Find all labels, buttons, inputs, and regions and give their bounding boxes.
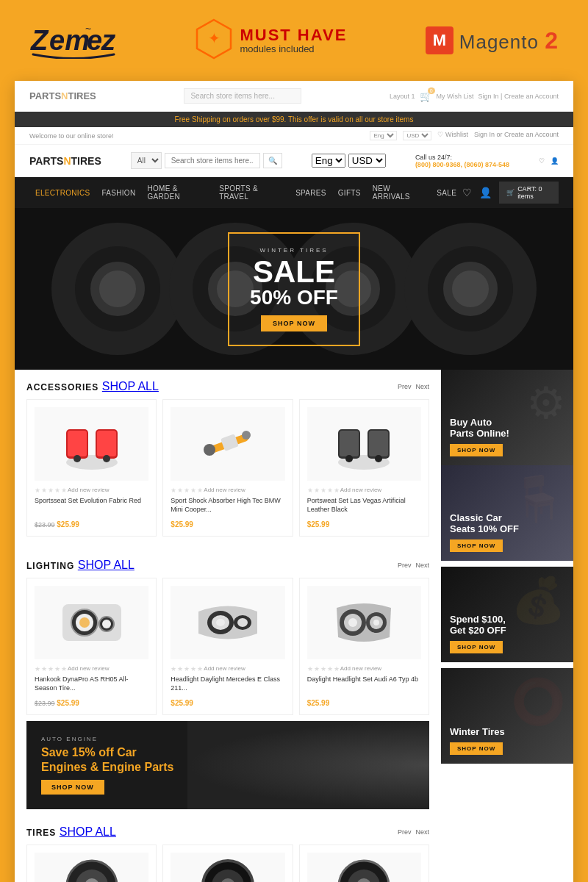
hero-cta-button[interactable]: SHOP NOW	[261, 315, 327, 331]
lighting-next-btn[interactable]: Next	[415, 562, 429, 569]
main-store-wrapper: PARTSNTIRES Layout 1 🛒0 My Wish List Sig…	[15, 81, 573, 882]
product-card-headlight-1: ★ ★ ★ ★ ★ Add new review Hankook DynaPro…	[26, 578, 157, 715]
lighting-section: LIGHTING SHOP ALL Prev Next	[15, 548, 441, 715]
sidebar-cta-1[interactable]: SHOP NOW	[450, 444, 503, 456]
accessories-next-btn[interactable]: Next	[415, 383, 429, 390]
wishlist-link-back[interactable]: My Wish List	[437, 93, 474, 100]
seat-black-img	[331, 415, 397, 473]
currency-select[interactable]: USD	[403, 131, 431, 140]
tire-product-img-2	[195, 856, 261, 882]
product-price-5: $25.99	[171, 699, 284, 707]
tires-next-btn[interactable]: Next	[415, 828, 429, 836]
engine-banner: AUTO ENGINE Save 15% off Car Engines & E…	[26, 721, 429, 809]
sidebar-ad-title-4: Winter Tires	[450, 726, 564, 738]
search-input-main[interactable]	[165, 153, 260, 168]
search-button[interactable]: 🔍	[263, 153, 282, 168]
svg-text:Z: Z	[30, 25, 49, 56]
svg-point-18	[242, 431, 251, 440]
auth-links-back[interactable]: Sign In | Create an Account	[478, 93, 559, 100]
product-stars-1: ★ ★ ★ ★ ★ Add new review	[35, 487, 148, 494]
product-name-6: Daylight Headlight Set Audi A6 Typ 4b	[307, 675, 421, 696]
hero-banner: WINTER TIRES SALE 50% OFF SHOP NOW	[15, 208, 573, 370]
nav-account-icon[interactable]: 👤	[479, 187, 492, 198]
tires-header: TIRES SHOP ALL Prev Next	[15, 815, 441, 845]
add-review-4[interactable]: Add new review	[68, 665, 109, 673]
sidebar-cta-4[interactable]: SHOP NOW	[450, 742, 503, 755]
product-stars-2: ★ ★ ★ ★ ★ Add new review	[171, 487, 284, 494]
sidebar-ad-2: 🪑 Classic CarSeats 10% OFF SHOP NOW	[441, 465, 573, 561]
tires-shop-all[interactable]: SHOP ALL	[60, 825, 116, 838]
nav-wishlist-icon[interactable]: ♡	[462, 187, 472, 198]
search-category-select[interactable]: All	[131, 152, 162, 169]
phone-area: Call us 24/7: (800) 800-9368, (8060) 874…	[415, 154, 509, 168]
language-select[interactable]: Eng	[370, 131, 397, 140]
nav-item-fashion[interactable]: FASHION	[96, 182, 141, 204]
svg-text:M: M	[433, 31, 446, 49]
nav-item-spares[interactable]: SPARES	[290, 182, 332, 204]
lighting-products-grid: ★ ★ ★ ★ ★ Add new review Hankook DynaPro…	[15, 578, 441, 715]
product-price-2: $25.99	[171, 520, 284, 528]
currency-select-main[interactable]: USD	[348, 154, 386, 168]
top-badge-area: Z em e ~ z ✦ MUST HAVE modules included	[0, 0, 588, 81]
product-price-1: $23.99 $25.99	[35, 520, 148, 528]
product-stars-5: ★ ★ ★ ★ ★ Add new review	[171, 665, 284, 673]
wishlist-link[interactable]: ♡ Wishlist	[437, 131, 468, 140]
tire-product-img-1	[59, 856, 125, 882]
nav-right-icons: ♡ 👤 🛒 CART: 0 items	[462, 182, 559, 204]
layout-selector[interactable]: Layout 1	[390, 93, 415, 100]
product-card-seat-red: ★ ★ ★ ★ ★ Add new review Sportsseat Set …	[26, 399, 157, 537]
nav-item-sports[interactable]: SPORTS & TRAVEL	[213, 177, 290, 208]
svg-point-30	[79, 617, 90, 628]
product-stars-4: ★ ★ ★ ★ ★ Add new review	[35, 665, 148, 673]
nav-item-new-arrivals[interactable]: NEW ARRIVALS	[367, 177, 431, 208]
engine-cta-button[interactable]: SHOP NOW	[41, 780, 104, 795]
accessories-shop-all[interactable]: SHOP ALL	[102, 380, 159, 392]
svg-point-43	[373, 620, 379, 625]
nav-item-gifts[interactable]: GIFTS	[332, 182, 367, 204]
wishlist-icon[interactable]: ♡	[539, 157, 545, 165]
tires-title-area: TIRES SHOP ALL	[26, 825, 116, 839]
welcome-bar: Welcome to our online store! Eng USD ♡ W…	[15, 127, 573, 145]
free-shipping-bar: Free Shipping on orders over $99. This o…	[15, 112, 573, 127]
product-price-6: $25.99	[307, 699, 421, 707]
accessories-title: ACCESSORIES SHOP ALL	[26, 380, 159, 393]
lighting-prev-btn[interactable]: Prev	[398, 562, 412, 569]
lang-select-main[interactable]: Eng	[312, 154, 345, 168]
product-name-4: Hankook DynaPro AS RH05 All-Season Tire.…	[35, 675, 148, 696]
cart-icon-back[interactable]: 🛒0	[420, 90, 432, 102]
svg-rect-24	[369, 431, 388, 456]
add-review-6[interactable]: Add new review	[340, 665, 381, 673]
tire-bg-icon: ⭕	[511, 675, 566, 728]
add-review-3[interactable]: Add new review	[340, 487, 381, 494]
sidebar-cta-3[interactable]: SHOP NOW	[450, 641, 503, 653]
sidebar-cta-2[interactable]: SHOP NOW	[450, 539, 503, 552]
nav-item-sale[interactable]: SALE	[431, 182, 462, 204]
add-review-2[interactable]: Add new review	[204, 487, 245, 494]
add-review-1[interactable]: Add new review	[68, 487, 109, 494]
magento-icon: M	[426, 26, 453, 54]
search-input-back[interactable]	[184, 88, 301, 104]
engine-title: Save 15% off Car Engines & Engine Parts	[41, 745, 173, 773]
product-card-headlight-2: ★ ★ ★ ★ ★ Add new review Headlight Dayli…	[162, 578, 293, 715]
svg-text:~: ~	[85, 23, 91, 35]
sidebar-ad-title-1: Buy AutoParts Online!	[450, 417, 564, 440]
add-review-5[interactable]: Add new review	[204, 665, 245, 673]
nav-cart[interactable]: 🛒 CART: 0 items	[499, 182, 559, 204]
signin-link[interactable]: Sign In or Create an Account	[474, 131, 559, 140]
nav-item-electronics[interactable]: ELECTRONICS	[29, 182, 96, 204]
tires-prev-btn[interactable]: Prev	[398, 828, 412, 836]
svg-point-26	[375, 455, 382, 462]
account-icon[interactable]: 👤	[551, 157, 559, 165]
svg-text:z: z	[101, 25, 116, 56]
product-img-headlight-1	[35, 586, 148, 659]
lighting-shop-all[interactable]: SHOP ALL	[78, 559, 135, 571]
brand-logo-back: PARTSNTIRES	[29, 90, 96, 101]
hexagon-icon: ✦	[196, 18, 232, 62]
engine-content: AUTO ENGINE Save 15% off Car Engines & E…	[41, 736, 173, 794]
product-img-tire-1	[35, 853, 148, 882]
brand-logo-main: PARTSNTIRES	[29, 155, 101, 167]
main-nav: ELECTRONICS FASHION HOME & GARDEN SPORTS…	[15, 177, 573, 208]
sidebar-ad-4: ⭕ Winter Tires SHOP NOW	[441, 668, 573, 764]
accessories-prev-btn[interactable]: Prev	[398, 383, 412, 390]
nav-item-home-garden[interactable]: HOME & GARDEN	[141, 177, 213, 208]
